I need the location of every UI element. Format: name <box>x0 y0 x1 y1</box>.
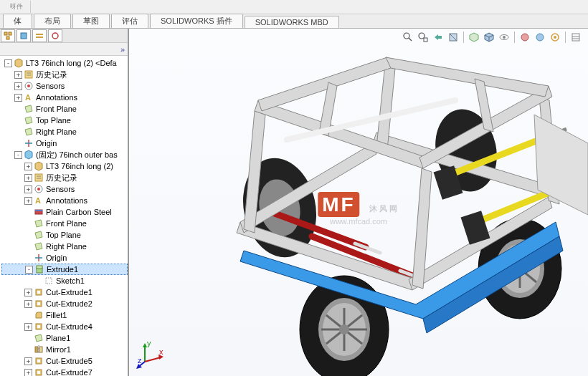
tree-item-label: Cut-Extrude5 <box>46 357 93 365</box>
tree-expander-icon[interactable]: + <box>24 185 32 193</box>
tree-item[interactable]: +Sensors <box>1 183 128 195</box>
tree-item[interactable]: Right Plane <box>1 241 128 252</box>
command-tabs: 体 布局 草图 评估 SOLIDWORKS 插件 SOLIDWORKS MBD <box>0 14 588 29</box>
tree-item[interactable]: +Cut-Extrude5 <box>1 355 128 367</box>
tree-item[interactable]: Origin <box>1 252 128 264</box>
tree-expander-icon <box>14 105 22 113</box>
tree-expander-icon[interactable]: - <box>25 266 33 274</box>
svg-rect-58 <box>572 34 579 41</box>
sidebar-tab-dim[interactable] <box>48 29 62 42</box>
scene-icon[interactable] <box>534 31 546 44</box>
tree-expander-icon[interactable]: + <box>24 323 32 331</box>
tree-expander-icon[interactable]: + <box>24 289 32 297</box>
tree-expander-icon[interactable]: - <box>14 151 22 159</box>
tree-expander-icon[interactable]: + <box>24 357 32 365</box>
prev-view-icon[interactable] <box>432 31 445 44</box>
tree-item-label: 历史记录 <box>46 173 77 183</box>
tree-item[interactable]: +Cut-Extrude4 <box>1 321 128 332</box>
tree-item[interactable]: Front Plane <box>1 103 128 115</box>
tree-item-label: Right Plane <box>36 127 77 136</box>
tree-item[interactable]: +历史记录 <box>1 172 128 183</box>
svg-point-6 <box>52 33 58 39</box>
svg-rect-2 <box>6 37 9 39</box>
tree-item[interactable]: Top Plane <box>1 229 128 241</box>
svg-rect-40 <box>37 371 40 374</box>
orientation-triad[interactable]: y x z <box>136 340 165 369</box>
tree-expander-icon[interactable]: + <box>24 300 32 308</box>
tab-mbd[interactable]: SOLIDWORKS MBD <box>245 16 339 28</box>
tree-item[interactable]: +Cut-Extrude7 <box>1 367 128 376</box>
tree-item[interactable]: +Cut-Extrude2 <box>1 298 128 309</box>
svg-point-11 <box>27 85 30 87</box>
tree-item[interactable]: Plane1 <box>1 332 128 344</box>
zoom-area-icon[interactable] <box>417 31 430 44</box>
tree-item[interactable]: -Extrude1 <box>1 264 128 275</box>
tree-item[interactable]: Sketch1 <box>1 275 128 286</box>
tree-item[interactable]: Fillet1 <box>1 309 128 321</box>
tree-item[interactable]: Plain Carbon Steel <box>1 206 128 218</box>
sidebar-tab-config[interactable] <box>32 29 47 42</box>
tab-body[interactable]: 体 <box>3 14 32 28</box>
tab-layout[interactable]: 布局 <box>34 14 71 28</box>
tree-item[interactable]: Origin <box>1 138 128 149</box>
appearance-icon[interactable] <box>518 31 531 44</box>
tree-item-label: Sensors <box>46 185 75 193</box>
tree-item[interactable]: Right Plane <box>1 126 128 138</box>
zoom-fit-icon[interactable] <box>402 31 414 44</box>
heads-up-toolbar <box>402 31 582 44</box>
settings-icon[interactable] <box>569 31 582 44</box>
tree-item[interactable]: +历史记录 <box>1 69 128 80</box>
top-small-bar: 呀件 <box>0 0 588 14</box>
tree-expander-icon[interactable]: - <box>4 59 12 67</box>
tree-item[interactable]: Mirror1 <box>1 344 128 355</box>
plane-icon <box>24 104 34 114</box>
tree-item[interactable]: +AAnnotations <box>1 195 128 206</box>
svg-rect-22 <box>35 210 42 211</box>
tree-item[interactable]: +Cut-Extrude1 <box>1 286 128 298</box>
tree-expander-icon[interactable]: + <box>14 94 22 102</box>
tree-item[interactable]: +Sensors <box>1 80 128 92</box>
tree-expander-icon <box>24 346 32 354</box>
tree-item-label: Top Plane <box>36 116 71 125</box>
tree-item-label: Right Plane <box>46 242 87 251</box>
tab-plugins[interactable]: SOLIDWORKS 插件 <box>150 14 243 28</box>
tab-evaluate[interactable]: 评估 <box>111 14 148 28</box>
display-style-icon[interactable] <box>483 31 495 44</box>
sidebar-expand-icon[interactable]: » <box>120 45 125 54</box>
tab-sketch[interactable]: 草图 <box>72 14 110 28</box>
tree-expander-icon <box>24 220 32 228</box>
tree-item[interactable]: +LT3 76inch long (2) <box>1 160 128 172</box>
tree-expander-icon[interactable]: + <box>14 82 22 90</box>
tree-item-label: Plain Carbon Steel <box>46 208 112 216</box>
tree-item[interactable]: -(固定) 76inch outer bas <box>1 149 128 160</box>
sidebar-tab-strip <box>0 29 128 43</box>
tree-item[interactable]: +AAnnotations <box>1 92 128 103</box>
tree-item[interactable]: -LT3 76inch long (2) <Defa <box>1 57 128 69</box>
tree-expander-icon[interactable]: + <box>14 71 22 79</box>
sidebar-tab-feature-tree[interactable] <box>1 29 15 42</box>
tree-expander-icon <box>24 312 32 319</box>
tree-item-label: Annotations <box>46 196 87 205</box>
tree-item[interactable]: Front Plane <box>1 218 128 229</box>
tree-expander-icon[interactable]: + <box>24 197 32 205</box>
menu-attach[interactable]: 呀件 <box>3 1 31 13</box>
hide-show-icon[interactable] <box>498 31 511 44</box>
tree-expander-icon[interactable]: + <box>24 369 32 377</box>
tree-expander-icon[interactable]: + <box>24 163 32 170</box>
render-icon[interactable] <box>549 31 561 44</box>
tree-item-label: Cut-Extrude7 <box>46 368 93 376</box>
graphics-viewport[interactable]: MF 沐风网 www.mfcad.com y x z <box>129 29 588 376</box>
tree-expander-icon[interactable]: + <box>24 174 32 182</box>
svg-rect-7 <box>25 71 32 78</box>
mir-icon <box>34 344 44 355</box>
svg-point-54 <box>521 34 528 41</box>
tree-item-label: Extrude1 <box>47 265 78 274</box>
tree-item[interactable]: Top Plane <box>1 115 128 126</box>
plane-icon <box>34 241 44 251</box>
section-view-icon[interactable] <box>447 31 460 44</box>
tree-item-label: Plane1 <box>46 334 70 342</box>
feature-tree[interactable]: -LT3 76inch long (2) <Defa+历史记录+Sensors+… <box>0 56 128 376</box>
anno-icon: A <box>24 92 34 102</box>
sidebar-tab-property[interactable] <box>16 29 31 42</box>
view-orient-icon[interactable] <box>468 31 480 44</box>
